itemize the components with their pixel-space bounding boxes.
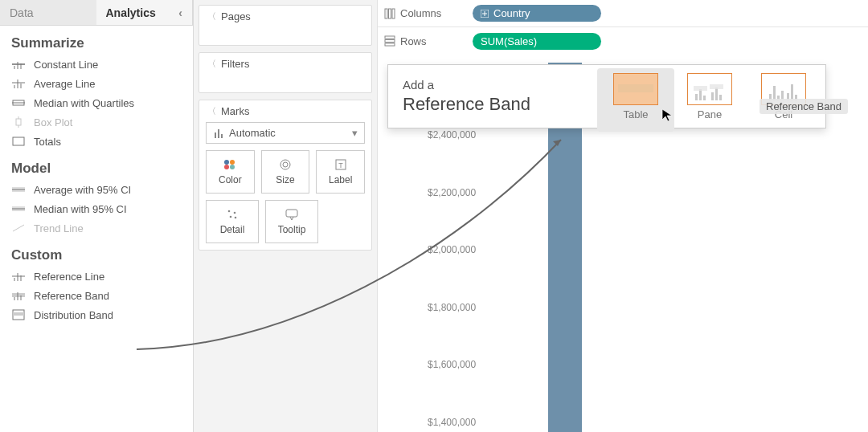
size-button[interactable]: Size (261, 150, 310, 194)
item-label: Reference Band (34, 290, 109, 302)
item-label: Reference Line (34, 271, 104, 283)
card-title: Filters (221, 58, 249, 70)
y-tick: $1,600,000 (428, 359, 476, 370)
item-label: Totals (34, 136, 61, 148)
tab-data-label: Data (10, 6, 34, 19)
svg-rect-62 (715, 88, 718, 100)
item-label: Median with 95% CI (34, 203, 127, 215)
svg-rect-29 (218, 129, 219, 138)
svg-point-34 (230, 165, 235, 169)
marks-card: 〈Marks Automatic ▾ Color S (199, 100, 372, 251)
svg-rect-43 (286, 210, 297, 217)
section-summarize: Summarize (0, 26, 193, 55)
svg-rect-63 (719, 95, 722, 100)
svg-point-41 (230, 216, 232, 218)
item-median-quartiles[interactable]: Median with Quartiles (0, 93, 193, 112)
svg-rect-61 (711, 92, 714, 100)
btn-label: Color (219, 174, 242, 185)
tooltip-button[interactable]: Tooltip (265, 200, 318, 243)
svg-rect-10 (16, 119, 21, 125)
svg-rect-59 (699, 89, 702, 100)
item-reference-band[interactable]: Reference Band (0, 286, 193, 305)
item-label: Trend Line (34, 222, 84, 234)
item-median-ci[interactable]: Median with 95% CI (0, 199, 193, 218)
band-table-icon (618, 78, 653, 100)
distribution-band-icon (11, 308, 26, 321)
svg-point-40 (234, 212, 236, 214)
svg-point-42 (235, 217, 237, 219)
pages-card[interactable]: 〈Pages (199, 5, 372, 46)
btn-label: Detail (220, 224, 245, 235)
tab-data[interactable]: Data (0, 0, 96, 25)
trend-line-icon (11, 222, 26, 234)
drop-option-table[interactable]: Reference Band Table (613, 73, 658, 120)
item-trend-line: Trend Line (0, 218, 193, 238)
y-tick: $2,000,000 (428, 244, 476, 255)
shelf-rows-label: Rows (400, 35, 427, 47)
bar-icon (213, 128, 224, 139)
band-cell-icon (766, 78, 801, 100)
collapse-icon[interactable]: ‹ (178, 6, 182, 19)
box-plot-icon (11, 116, 26, 128)
cursor-icon (661, 108, 676, 123)
svg-point-39 (228, 210, 231, 213)
svg-point-31 (224, 160, 229, 165)
plus-icon (481, 10, 489, 18)
drag-ghost-label: Reference Band (760, 99, 848, 114)
y-axis: $2,400,000$2,200,000$2,000,000$1,800,000… (428, 135, 868, 432)
median-quartiles-icon (11, 96, 26, 109)
svg-rect-28 (215, 132, 216, 138)
svg-rect-27 (13, 312, 24, 316)
svg-rect-52 (385, 43, 395, 46)
dropdown-arrow-icon: ▾ (352, 127, 358, 139)
viz-canvas[interactable]: Add a Reference Band Reference Band Tabl… (378, 55, 868, 432)
item-constant-line[interactable]: Constant Line (0, 55, 193, 74)
item-reference-line[interactable]: Reference Line (0, 267, 193, 286)
svg-point-33 (224, 165, 229, 169)
btn-label: Label (329, 174, 352, 185)
detail-button[interactable]: Detail (206, 200, 259, 243)
shelf-columns-label: Columns (400, 7, 441, 19)
drop-option-pane[interactable]: Pane (687, 73, 732, 120)
btn-label: Tooltip (278, 224, 306, 235)
pill-label: Country (493, 7, 530, 19)
rows-pill-sales[interactable]: SUM(Sales) (473, 33, 601, 50)
detail-icon (225, 208, 240, 221)
color-button[interactable]: Color (206, 150, 255, 194)
filters-card[interactable]: 〈Filters (199, 52, 372, 93)
item-box-plot: Box Plot (0, 112, 193, 132)
columns-icon (384, 8, 395, 19)
tab-analytics[interactable]: Analytics ‹ (96, 0, 194, 25)
item-label: Average with 95% CI (34, 184, 131, 196)
color-icon (223, 158, 237, 171)
rows-icon (384, 35, 395, 47)
item-label: Average Line (34, 78, 95, 90)
totals-icon (11, 135, 26, 148)
average-line-icon (11, 77, 26, 90)
svg-rect-53 (618, 84, 653, 92)
item-avg-ci[interactable]: Average with 95% CI (0, 180, 193, 199)
item-totals[interactable]: Totals (0, 132, 193, 151)
item-average-line[interactable]: Average Line (0, 74, 193, 93)
pill-label: SUM(Sales) (481, 35, 537, 47)
band-pane-icon (692, 78, 727, 100)
card-title: Marks (221, 105, 249, 117)
svg-rect-13 (13, 137, 24, 145)
label-button[interactable]: T Label (316, 150, 365, 194)
mark-type-select[interactable]: Automatic ▾ (206, 122, 365, 144)
item-distribution-band[interactable]: Distribution Band (0, 305, 193, 324)
svg-rect-65 (710, 84, 723, 89)
svg-rect-71 (791, 84, 793, 100)
reference-drop-panel: Add a Reference Band Reference Band Tabl… (387, 64, 826, 128)
y-tick: $1,400,000 (428, 417, 476, 428)
drop-lead-small: Add a (403, 78, 530, 93)
tooltip-icon (285, 208, 299, 221)
drop-lead-big: Reference Band (403, 93, 530, 116)
y-tick: $2,400,000 (428, 129, 476, 141)
svg-rect-51 (385, 40, 395, 43)
columns-pill-country[interactable]: Country (473, 5, 601, 22)
size-icon (278, 158, 293, 171)
svg-rect-46 (392, 9, 395, 18)
svg-rect-22 (12, 293, 25, 297)
svg-rect-44 (385, 9, 387, 18)
